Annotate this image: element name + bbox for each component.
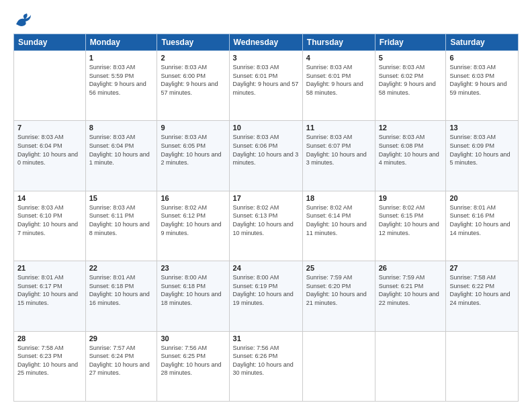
calendar-cell xyxy=(446,331,519,401)
day-number: 2 xyxy=(161,54,225,62)
calendar-cell xyxy=(375,331,446,401)
calendar-table: SundayMondayTuesdayWednesdayThursdayFrid… xyxy=(13,34,519,402)
calendar-cell: 29Sunrise: 7:57 AMSunset: 6:24 PMDayligh… xyxy=(85,331,157,401)
day-info: Sunrise: 7:56 AMSunset: 6:26 PMDaylight:… xyxy=(233,344,299,377)
day-info: Sunrise: 8:02 AMSunset: 6:13 PMDaylight:… xyxy=(233,203,299,237)
day-number: 27 xyxy=(449,264,515,272)
calendar-cell: 21Sunrise: 8:01 AMSunset: 6:17 PMDayligh… xyxy=(14,261,86,331)
day-info: Sunrise: 8:02 AMSunset: 6:15 PMDaylight:… xyxy=(379,203,443,237)
day-number: 7 xyxy=(17,124,82,132)
weekday-header-saturday: Saturday xyxy=(446,34,519,51)
day-info: Sunrise: 7:56 AMSunset: 6:25 PMDaylight:… xyxy=(161,344,225,377)
calendar-cell: 8Sunrise: 8:03 AMSunset: 6:04 PMDaylight… xyxy=(85,121,157,191)
day-number: 11 xyxy=(306,124,371,132)
day-number: 6 xyxy=(449,54,515,62)
calendar-cell: 19Sunrise: 8:02 AMSunset: 6:15 PMDayligh… xyxy=(375,191,446,261)
calendar-cell: 6Sunrise: 8:03 AMSunset: 6:03 PMDaylight… xyxy=(446,51,519,121)
calendar-cell: 22Sunrise: 8:01 AMSunset: 6:18 PMDayligh… xyxy=(85,261,157,331)
day-number: 23 xyxy=(161,264,225,272)
day-info: Sunrise: 8:01 AMSunset: 6:17 PMDaylight:… xyxy=(17,273,82,307)
calendar-cell: 20Sunrise: 8:01 AMSunset: 6:16 PMDayligh… xyxy=(446,191,519,261)
calendar-week-row: 1Sunrise: 8:03 AMSunset: 5:59 PMDaylight… xyxy=(14,51,519,121)
calendar-cell: 4Sunrise: 8:03 AMSunset: 6:01 PMDaylight… xyxy=(302,51,375,121)
calendar-cell: 18Sunrise: 8:02 AMSunset: 6:14 PMDayligh… xyxy=(302,191,375,261)
calendar-cell xyxy=(302,331,375,401)
calendar-cell xyxy=(14,51,86,121)
day-info: Sunrise: 8:03 AMSunset: 6:00 PMDaylight:… xyxy=(161,63,225,97)
calendar-cell: 31Sunrise: 7:56 AMSunset: 6:26 PMDayligh… xyxy=(229,331,302,401)
calendar-week-row: 28Sunrise: 7:58 AMSunset: 6:23 PMDayligh… xyxy=(14,331,519,401)
calendar-cell: 2Sunrise: 8:03 AMSunset: 6:00 PMDaylight… xyxy=(157,51,229,121)
day-info: Sunrise: 8:03 AMSunset: 6:04 PMDaylight:… xyxy=(89,133,154,167)
day-number: 17 xyxy=(233,194,299,202)
calendar-cell: 27Sunrise: 7:58 AMSunset: 6:22 PMDayligh… xyxy=(446,261,519,331)
day-info: Sunrise: 8:03 AMSunset: 6:06 PMDaylight:… xyxy=(233,133,299,167)
calendar-cell: 12Sunrise: 8:03 AMSunset: 6:08 PMDayligh… xyxy=(375,121,446,191)
day-info: Sunrise: 8:02 AMSunset: 6:14 PMDaylight:… xyxy=(306,203,371,237)
calendar-cell: 14Sunrise: 8:03 AMSunset: 6:10 PMDayligh… xyxy=(14,191,86,261)
calendar-cell: 7Sunrise: 8:03 AMSunset: 6:04 PMDaylight… xyxy=(14,121,86,191)
day-number: 8 xyxy=(89,124,154,132)
day-number: 4 xyxy=(306,54,371,62)
day-info: Sunrise: 7:58 AMSunset: 6:22 PMDaylight:… xyxy=(449,273,515,307)
day-number: 3 xyxy=(233,54,299,62)
logo-blue-text xyxy=(13,12,32,27)
weekday-header-row: SundayMondayTuesdayWednesdayThursdayFrid… xyxy=(14,34,519,51)
calendar-cell: 9Sunrise: 8:03 AMSunset: 6:05 PMDaylight… xyxy=(157,121,229,191)
day-info: Sunrise: 8:03 AMSunset: 6:02 PMDaylight:… xyxy=(379,63,443,97)
day-info: Sunrise: 8:03 AMSunset: 5:59 PMDaylight:… xyxy=(89,63,154,97)
weekday-header-monday: Monday xyxy=(85,34,157,51)
day-number: 26 xyxy=(379,264,443,272)
day-number: 28 xyxy=(17,334,82,342)
day-number: 13 xyxy=(449,124,515,132)
calendar-cell: 16Sunrise: 8:02 AMSunset: 6:12 PMDayligh… xyxy=(157,191,229,261)
day-info: Sunrise: 8:03 AMSunset: 6:10 PMDaylight:… xyxy=(17,203,82,237)
calendar-week-row: 21Sunrise: 8:01 AMSunset: 6:17 PMDayligh… xyxy=(14,261,519,331)
weekday-header-thursday: Thursday xyxy=(302,34,375,51)
day-info: Sunrise: 8:03 AMSunset: 6:01 PMDaylight:… xyxy=(233,63,299,97)
day-number: 10 xyxy=(233,124,299,132)
day-info: Sunrise: 8:03 AMSunset: 6:09 PMDaylight:… xyxy=(449,133,515,167)
calendar-week-row: 14Sunrise: 8:03 AMSunset: 6:10 PMDayligh… xyxy=(14,191,519,261)
calendar-cell: 1Sunrise: 8:03 AMSunset: 5:59 PMDaylight… xyxy=(85,51,157,121)
day-number: 14 xyxy=(17,194,82,202)
calendar-cell: 28Sunrise: 7:58 AMSunset: 6:23 PMDayligh… xyxy=(14,331,86,401)
day-number: 12 xyxy=(379,124,443,132)
day-info: Sunrise: 8:03 AMSunset: 6:11 PMDaylight:… xyxy=(89,203,154,237)
day-info: Sunrise: 8:03 AMSunset: 6:05 PMDaylight:… xyxy=(161,133,225,167)
day-info: Sunrise: 7:59 AMSunset: 6:20 PMDaylight:… xyxy=(306,273,371,307)
weekday-header-wednesday: Wednesday xyxy=(229,34,302,51)
calendar-cell: 17Sunrise: 8:02 AMSunset: 6:13 PMDayligh… xyxy=(229,191,302,261)
day-info: Sunrise: 7:58 AMSunset: 6:23 PMDaylight:… xyxy=(17,344,82,377)
day-info: Sunrise: 8:03 AMSunset: 6:03 PMDaylight:… xyxy=(449,63,515,97)
day-info: Sunrise: 8:03 AMSunset: 6:08 PMDaylight:… xyxy=(379,133,443,167)
calendar-cell: 15Sunrise: 8:03 AMSunset: 6:11 PMDayligh… xyxy=(85,191,157,261)
calendar-cell: 25Sunrise: 7:59 AMSunset: 6:20 PMDayligh… xyxy=(302,261,375,331)
header xyxy=(13,12,519,27)
day-number: 21 xyxy=(17,264,82,272)
day-info: Sunrise: 8:03 AMSunset: 6:01 PMDaylight:… xyxy=(306,63,371,97)
day-info: Sunrise: 7:59 AMSunset: 6:21 PMDaylight:… xyxy=(379,273,443,307)
page: SundayMondayTuesdayWednesdayThursdayFrid… xyxy=(0,0,532,411)
calendar-cell: 30Sunrise: 7:56 AMSunset: 6:25 PMDayligh… xyxy=(157,331,229,401)
day-number: 29 xyxy=(89,334,154,342)
day-number: 9 xyxy=(161,124,225,132)
day-info: Sunrise: 8:00 AMSunset: 6:18 PMDaylight:… xyxy=(161,273,225,307)
day-number: 1 xyxy=(89,54,154,62)
day-info: Sunrise: 8:03 AMSunset: 6:07 PMDaylight:… xyxy=(306,133,371,167)
calendar-cell: 11Sunrise: 8:03 AMSunset: 6:07 PMDayligh… xyxy=(302,121,375,191)
day-number: 30 xyxy=(161,334,225,342)
day-number: 18 xyxy=(306,194,371,202)
logo-bird-icon xyxy=(15,12,32,27)
calendar-cell: 3Sunrise: 8:03 AMSunset: 6:01 PMDaylight… xyxy=(229,51,302,121)
day-number: 24 xyxy=(233,264,299,272)
calendar-cell: 26Sunrise: 7:59 AMSunset: 6:21 PMDayligh… xyxy=(375,261,446,331)
logo xyxy=(13,12,32,27)
day-number: 15 xyxy=(89,194,154,202)
day-number: 5 xyxy=(379,54,443,62)
day-number: 20 xyxy=(449,194,515,202)
calendar-week-row: 7Sunrise: 8:03 AMSunset: 6:04 PMDaylight… xyxy=(14,121,519,191)
day-number: 31 xyxy=(233,334,299,342)
day-info: Sunrise: 8:01 AMSunset: 6:18 PMDaylight:… xyxy=(89,273,154,307)
day-info: Sunrise: 8:01 AMSunset: 6:16 PMDaylight:… xyxy=(449,203,515,237)
